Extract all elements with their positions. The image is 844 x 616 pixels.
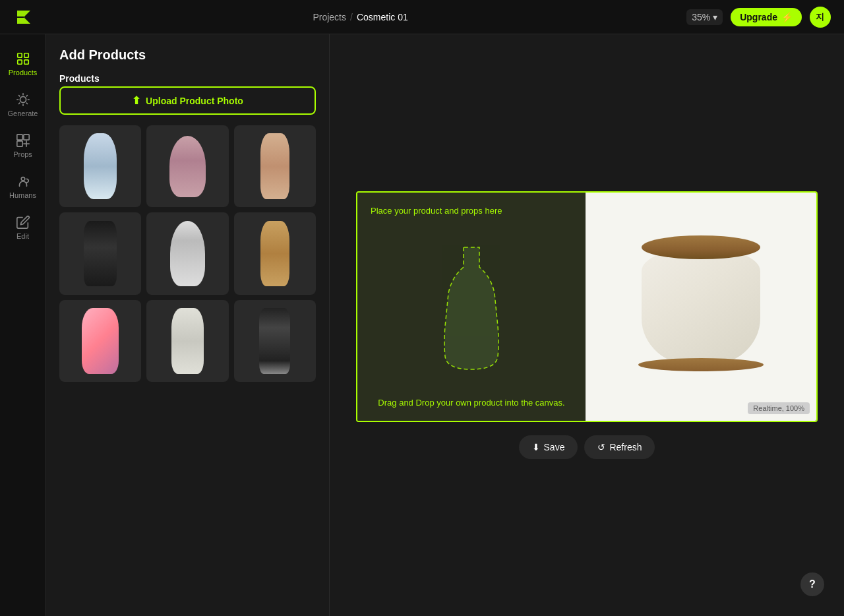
breadcrumb: Projects / Cosmetic 01: [313, 12, 407, 22]
product-item-3[interactable]: [234, 125, 316, 207]
upgrade-label: Upgrade: [740, 12, 777, 22]
refresh-button[interactable]: ↺ Refresh: [584, 435, 655, 459]
candle-image: [615, 221, 787, 392]
sidebar: Products Generate Props Hu: [0, 34, 46, 616]
svg-rect-3: [24, 60, 28, 64]
products-section: Products ⬆ Upload Product Photo: [59, 73, 316, 115]
product-image-4: [84, 221, 117, 286]
refresh-label: Refresh: [609, 442, 642, 452]
breadcrumb-current: Cosmetic 01: [357, 12, 408, 22]
canvas-workspace[interactable]: Place your product and props here Drag a…: [356, 191, 818, 422]
product-item-1[interactable]: [59, 125, 141, 207]
product-item-5[interactable]: [146, 212, 228, 294]
sidebar-item-props[interactable]: Props: [3, 127, 43, 165]
breadcrumb-project[interactable]: Projects: [313, 12, 346, 22]
zoom-label: 35%: [692, 12, 710, 22]
panel-title: Add Products: [59, 47, 316, 63]
candle-bottom-ring: [638, 358, 764, 371]
realtime-badge: Realtime, 100%: [748, 402, 810, 414]
upload-label: Upload Product Photo: [146, 96, 243, 106]
product-item-8[interactable]: [146, 300, 228, 382]
canvas-bottle-silhouette: [432, 216, 511, 398]
sidebar-item-label: Edit: [16, 232, 29, 240]
sidebar-item-label: Products: [9, 69, 37, 77]
help-button[interactable]: ?: [800, 572, 824, 596]
product-item-6[interactable]: [234, 212, 316, 294]
app-logo[interactable]: [13, 7, 34, 28]
product-image-9: [259, 308, 290, 373]
topbar-right: 35% ▾ Upgrade ⚡ 지: [686, 7, 831, 28]
svg-rect-2: [17, 60, 21, 64]
svg-point-4: [20, 96, 26, 102]
svg-rect-5: [16, 135, 22, 140]
product-image-8: [171, 308, 204, 373]
sidebar-item-products[interactable]: Products: [3, 45, 43, 83]
products-panel: Add Products Products ⬆ Upload Product P…: [46, 34, 330, 616]
sidebar-item-label: Generate: [8, 109, 38, 117]
product-image-3: [260, 133, 289, 199]
svg-point-8: [21, 177, 25, 181]
action-bar: ⬇ Save ↺ Refresh: [519, 435, 655, 459]
canvas-product-preview: Realtime, 100%: [586, 193, 816, 421]
product-item-7[interactable]: [59, 300, 141, 382]
sidebar-item-humans[interactable]: Humans: [3, 168, 43, 206]
products-section-label: Products: [59, 73, 316, 84]
product-item-4[interactable]: [59, 212, 141, 294]
product-item-9[interactable]: [234, 300, 316, 382]
svg-rect-6: [23, 135, 28, 140]
canvas-area: Place your product and props here Drag a…: [330, 34, 844, 616]
user-avatar[interactable]: 지: [810, 7, 831, 28]
breadcrumb-separator: /: [350, 12, 353, 22]
save-label: Save: [544, 442, 565, 452]
sidebar-item-edit[interactable]: Edit: [3, 208, 43, 247]
products-grid: [59, 125, 316, 382]
product-item-2[interactable]: [146, 125, 228, 207]
product-image-6: [260, 221, 289, 286]
sidebar-item-label: Props: [13, 150, 32, 158]
topbar: Projects / Cosmetic 01 35% ▾ Upgrade ⚡ 지: [0, 0, 844, 34]
candle-body: [642, 247, 760, 366]
chevron-down-icon: ▾: [713, 12, 717, 22]
save-icon: ⬇: [532, 442, 540, 452]
main-layout: Products Generate Props Hu: [0, 34, 844, 616]
product-image-7: [82, 308, 119, 373]
product-image-2: [169, 136, 206, 197]
svg-rect-1: [24, 53, 28, 57]
upload-icon: ⬆: [132, 94, 140, 107]
zoom-control[interactable]: 35% ▾: [686, 9, 723, 25]
canvas-hint-bottom: Drag and Drop your own product into the …: [378, 398, 564, 408]
save-button[interactable]: ⬇ Save: [519, 435, 578, 459]
sidebar-item-label: Humans: [9, 191, 36, 199]
upgrade-button[interactable]: Upgrade ⚡: [731, 8, 802, 26]
canvas-drop-zone[interactable]: Place your product and props here Drag a…: [357, 193, 586, 421]
svg-rect-0: [17, 53, 21, 57]
sidebar-item-generate[interactable]: Generate: [3, 86, 43, 124]
canvas-hint-top: Place your product and props here: [371, 206, 502, 216]
upload-product-button[interactable]: ⬆ Upload Product Photo: [59, 86, 316, 115]
product-image-1: [84, 133, 117, 199]
svg-rect-7: [16, 141, 22, 146]
lightning-icon: ⚡: [781, 12, 793, 22]
refresh-icon: ↺: [597, 442, 605, 452]
product-image-5: [170, 221, 204, 286]
candle-lid: [642, 235, 760, 259]
